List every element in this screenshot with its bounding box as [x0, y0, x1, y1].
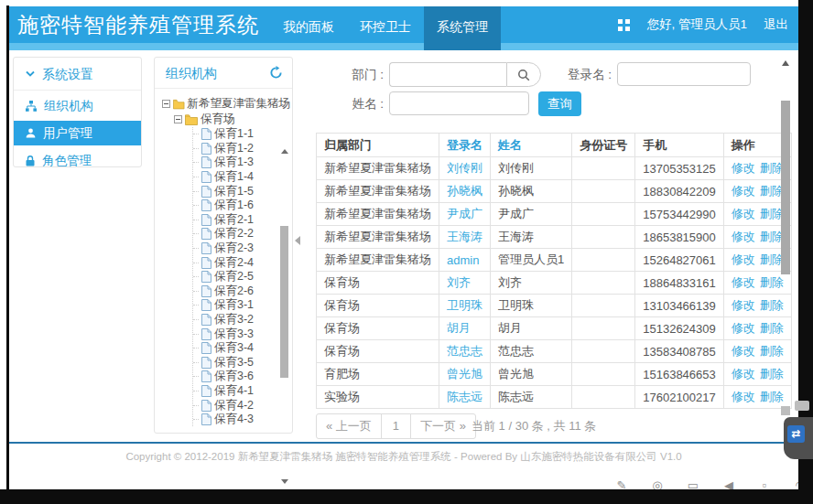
tray-icon-speaker[interactable]: ◀	[722, 478, 735, 489]
login-link[interactable]: admin	[447, 253, 479, 267]
logout-link[interactable]: 退出	[764, 16, 788, 33]
col-idcard[interactable]: 身份证号	[572, 134, 635, 157]
edit-link[interactable]: 修改	[732, 252, 755, 266]
edit-link[interactable]: 修改	[732, 275, 755, 289]
tree-node-leaf[interactable]: 保育2-1	[193, 213, 290, 228]
tree-node-leaf[interactable]: 保育2-3	[193, 241, 290, 256]
tree-node-leaf[interactable]: 保育3-3	[193, 327, 290, 341]
tree-node-leaf[interactable]: 保育3-4	[193, 341, 290, 356]
query-button[interactable]: 查询	[538, 91, 581, 116]
dept-search-button[interactable]	[506, 62, 541, 87]
table-row[interactable]: 新希望夏津雷集猪场 尹成广 尹成广 15753442990 修改删除	[317, 203, 792, 226]
page-number-button[interactable]: 1	[381, 413, 411, 439]
table-row[interactable]: 实验场 陈志远 陈志远 17602100217 修改删除	[317, 386, 792, 409]
side-widget-tab[interactable]	[795, 401, 809, 411]
tray-icon-printer[interactable]: ▭	[687, 478, 699, 489]
login-link[interactable]: 王海涛	[447, 230, 482, 243]
tree-node-leaf[interactable]: 保育1-5	[193, 184, 290, 198]
delete-link[interactable]: 删除	[760, 390, 784, 403]
prev-page-button[interactable]: « 上一页	[316, 413, 382, 439]
table-row[interactable]: 保育场 刘齐 刘齐 18864833161 修改删除	[317, 272, 792, 295]
tree-node-leaf[interactable]: 保育2-4	[193, 255, 290, 270]
apps-grid-icon[interactable]	[618, 19, 630, 31]
nav-item-dashboard[interactable]: 我的面板	[270, 6, 347, 50]
delete-link[interactable]: 删除	[760, 184, 784, 198]
remote-support-widget[interactable]: ⇄	[784, 417, 813, 459]
tree-scrollbar[interactable]	[280, 149, 289, 488]
login-link[interactable]: 卫明珠	[447, 298, 482, 312]
edit-link[interactable]: 修改	[732, 207, 755, 220]
login-link[interactable]: 陈志远	[447, 390, 482, 403]
login-link[interactable]: 胡月	[447, 321, 471, 335]
tree-node-leaf[interactable]: 保育2-2	[193, 227, 290, 241]
tree-scrollbar-thumb[interactable]	[280, 226, 288, 378]
col-name[interactable]: 姓名	[491, 134, 572, 157]
main-scrollbar[interactable]	[781, 57, 790, 415]
tray-icon-target[interactable]: ◎	[651, 478, 664, 489]
tree-node-leaf[interactable]: 保育1-3	[193, 155, 290, 170]
login-link[interactable]: 曾光旭	[447, 367, 482, 381]
tree-node-leaf[interactable]: 保育2-6	[193, 284, 290, 299]
delete-link[interactable]: 删除	[760, 298, 784, 312]
delete-link[interactable]: 删除	[760, 252, 784, 266]
tree-node-leaf[interactable]: 保育4-2	[193, 398, 290, 413]
tree-node-leaf[interactable]: 保育1-2	[193, 142, 290, 156]
delete-link[interactable]: 删除	[760, 161, 784, 175]
sidebar-item-roles[interactable]: 角色管理	[14, 148, 141, 173]
panel-collapse-arrow-icon[interactable]	[295, 236, 300, 245]
tree-node-leaf[interactable]: 保育1-4	[193, 170, 290, 185]
tree-node-leaf[interactable]: 保育1-6	[193, 198, 290, 213]
edit-link[interactable]: 修改	[732, 230, 755, 243]
scroll-down-icon[interactable]	[281, 479, 288, 484]
sidebar-item-org[interactable]: 组织机构	[14, 93, 141, 118]
login-link[interactable]: 范忠志	[447, 344, 482, 358]
login-link[interactable]: 刘齐	[447, 275, 471, 289]
tree-node-leaf[interactable]: 保育3-1	[193, 298, 290, 313]
edit-link[interactable]: 修改	[732, 184, 755, 198]
edit-link[interactable]: 修改	[732, 298, 755, 312]
name-input[interactable]	[389, 91, 529, 115]
delete-link[interactable]: 删除	[760, 321, 784, 335]
col-phone[interactable]: 手机	[635, 134, 724, 157]
delete-link[interactable]: 删除	[760, 367, 784, 381]
collapse-icon[interactable]	[162, 100, 170, 108]
table-row[interactable]: 保育场 范忠志 范忠志 13583408785 修改删除	[317, 340, 792, 363]
col-dept[interactable]: 归属部门	[317, 134, 439, 157]
nav-item-env-guard[interactable]: 环控卫士	[347, 6, 424, 50]
table-row[interactable]: 新希望夏津雷集猪场 孙晓枫 孙晓枫 18830842209 修改删除	[317, 180, 792, 203]
edit-link[interactable]: 修改	[732, 367, 755, 381]
sidebar-item-users[interactable]: 用户管理	[14, 121, 141, 145]
delete-link[interactable]: 删除	[760, 207, 784, 220]
login-link[interactable]: 刘传刚	[447, 161, 482, 175]
delete-link[interactable]: 删除	[760, 275, 784, 289]
dept-input[interactable]	[389, 62, 506, 87]
delete-link[interactable]: 删除	[760, 230, 784, 243]
scroll-down-icon[interactable]	[781, 406, 790, 415]
sidebar-section-header[interactable]: 系统设置	[14, 58, 141, 91]
nav-item-system-mgmt[interactable]: 系统管理	[424, 6, 501, 50]
tree-node-group[interactable]: 保育场	[174, 112, 290, 127]
edit-link[interactable]: 修改	[732, 344, 755, 358]
refresh-icon[interactable]	[269, 66, 283, 80]
table-row[interactable]: 保育场 胡月 胡月 15132624309 修改删除	[317, 317, 792, 340]
col-login[interactable]: 登录名	[439, 134, 491, 157]
table-row[interactable]: 新希望夏津雷集猪场 刘传刚 刘传刚 13705353125 修改删除	[317, 157, 792, 180]
login-link[interactable]: 尹成广	[447, 207, 482, 220]
tree-node-leaf[interactable]: 保育2-5	[193, 270, 290, 284]
edit-link[interactable]: 修改	[732, 321, 755, 335]
scroll-up-icon[interactable]	[281, 149, 288, 154]
table-row[interactable]: 新希望夏津雷集猪场 admin 管理员人员1 15264827061 修改删除	[317, 249, 792, 272]
tree-node-leaf[interactable]: 保育3-5	[193, 356, 290, 370]
edit-link[interactable]: 修改	[732, 390, 755, 403]
main-scrollbar-thumb[interactable]	[781, 101, 790, 274]
tree-node-leaf[interactable]: 保育4-3	[193, 413, 290, 427]
tree-node-leaf[interactable]: 保育3-6	[193, 370, 290, 384]
collapse-icon[interactable]	[174, 115, 182, 123]
login-link[interactable]: 孙晓枫	[447, 184, 482, 198]
table-row[interactable]: 新希望夏津雷集猪场 王海涛 王海涛 18653815900 修改删除	[317, 226, 792, 249]
tree-node-leaf[interactable]: 保育4-1	[193, 384, 290, 399]
scroll-up-icon[interactable]	[782, 60, 789, 66]
table-row[interactable]: 育肥场 曾光旭 曾光旭 15163846653 修改删除	[317, 363, 792, 386]
delete-link[interactable]: 删除	[760, 344, 784, 358]
next-page-button[interactable]: 下一页 »	[410, 413, 476, 439]
